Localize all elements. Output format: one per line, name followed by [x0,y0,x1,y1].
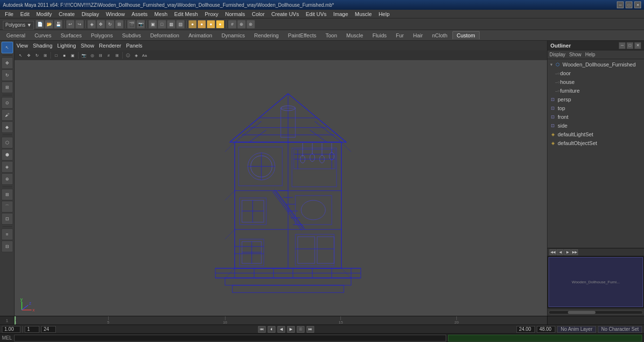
maximize-button[interactable]: □ [626,1,632,8]
paint2-tool-btn[interactable]: 🖌 [1,109,13,121]
select-icon[interactable]: ◈ [87,20,96,29]
shelf-deformation[interactable]: Deformation [146,31,184,39]
tree-item-root[interactable]: ▼ ⬡ Wooden_Dollhouse_Furnished [547,60,644,69]
undo-icon[interactable]: ↩ [66,20,75,29]
merge-btn[interactable]: ⊕ [1,173,13,185]
vp-menu-shading[interactable]: Shading [33,43,52,49]
outliner-display-menu[interactable]: Display [549,52,565,57]
menu-image[interactable]: Image [330,11,351,17]
polygon-mode-selector[interactable]: Polygons ▼ [3,21,34,30]
viewport[interactable]: View Shading Lighting Show Renderer Pane… [15,41,547,316]
outliner-close[interactable]: ✕ [634,42,641,49]
anim-end-field[interactable]: 24.00 [516,326,535,333]
redo-icon[interactable]: ↪ [75,20,84,29]
outliner-help-menu[interactable]: Help [585,52,596,57]
vp-menu-lighting[interactable]: Lighting [57,43,76,49]
move-icon[interactable]: ✥ [97,20,105,29]
shelf-animation[interactable]: Animation [184,31,217,39]
menu-edit-uvs[interactable]: Edit UVs [303,11,329,17]
shelf-fluids[interactable]: Fluids [368,31,391,39]
manip-tool-btn[interactable] [2,95,12,96]
shelf-hair[interactable]: Hair [409,31,427,39]
tree-item-front[interactable]: ⊡ front [547,113,644,121]
menu-mesh[interactable]: Mesh [151,11,170,17]
vp-menu-show[interactable]: Show [81,43,95,49]
tree-item-door[interactable]: –○ door [547,69,644,78]
shading3-icon[interactable]: ▦ [167,20,176,29]
snap1-icon[interactable]: ⊕ [237,20,246,29]
outliner-minimize[interactable]: ─ [619,42,626,49]
move-tool-btn[interactable]: ✥ [1,57,13,69]
menu-create[interactable]: Create [56,11,78,17]
outliner-scroll-track[interactable] [548,310,643,314]
timeline[interactable]: 1 1510152024 [0,316,644,325]
shelf-fur[interactable]: Fur [391,31,408,39]
range-start-field[interactable]: 1 [25,326,39,333]
save-scene-icon[interactable]: 💾 [54,20,63,29]
vp-isolate-icon[interactable]: ◎ [88,51,96,59]
playback-play-back[interactable]: ◀ [277,326,285,333]
sculpt-tool-btn[interactable]: ◆ [1,121,13,133]
playback-go-end[interactable]: ⏭ [306,326,314,333]
shading4-icon[interactable]: ▧ [176,20,185,29]
shelf-surfaces[interactable]: Surfaces [56,31,86,39]
grid-icon[interactable]: # [228,20,237,29]
menu-proxy[interactable]: Proxy [202,11,221,17]
vp-aa-icon[interactable]: Aa [141,51,148,59]
group-btn[interactable]: ⊟ [1,241,13,252]
rotate-tool-btn[interactable]: ↻ [1,69,13,81]
snap2-icon[interactable]: ⊗ [246,20,255,29]
shading1-icon[interactable]: ▣ [148,20,157,29]
tree-item-house[interactable]: –○ house [547,78,644,86]
create-poly-btn[interactable]: ⬡ [1,137,13,148]
layer-btn[interactable]: ≡ [1,228,13,240]
menu-edit[interactable]: Edit [17,11,32,17]
tree-item-furniture[interactable]: –○ furniture [547,86,644,95]
snap-to-curve-btn[interactable]: ⌒ [1,201,13,212]
menu-normals[interactable]: Normals [222,11,248,17]
light3-icon[interactable]: ● [207,20,215,29]
menu-assets[interactable]: Assets [129,11,150,17]
shelf-ncloth[interactable]: nCloth [428,31,452,39]
menu-edit-mesh[interactable]: Edit Mesh [171,11,201,17]
vp-wire-icon[interactable]: □ [52,51,60,59]
range-end-field[interactable]: 24 [41,326,56,333]
shelf-subdivs[interactable]: Subdivs [118,31,145,39]
scale-tool-btn[interactable]: ⊞ [1,81,13,93]
menu-create-uvs[interactable]: Create UVs [269,11,302,17]
vp-select-icon[interactable]: ↖ [16,51,24,59]
playback-go-start[interactable]: ⏮ [258,326,266,333]
outliner-maximize[interactable]: □ [627,42,633,49]
outliner-scroll-thumb[interactable] [568,311,596,314]
vp-xray-icon[interactable]: ◈ [132,51,140,59]
vp-menu-view[interactable]: View [16,43,28,49]
command-input[interactable] [14,335,446,342]
scene-3d[interactable] [34,60,542,301]
scale-icon[interactable]: ⊞ [115,20,124,29]
close-button[interactable]: ✕ [634,1,641,8]
shelf-muscle[interactable]: Muscle [342,31,368,39]
vp-snap-icon[interactable]: # [105,51,113,59]
no-anim-layer-indicator[interactable]: No Anim Layer [557,326,596,333]
vp-camera-icon[interactable]: 📷 [80,51,88,59]
vp-move-icon[interactable]: ✥ [25,51,32,59]
playback-play-fwd[interactable]: ▶ [287,326,295,333]
new-scene-icon[interactable]: 📄 [35,20,44,29]
snapshot-icon[interactable]: 📷 [136,20,145,29]
tree-item-persp[interactable]: ⊡ persp [547,95,644,104]
vp-rotate-icon[interactable]: ↻ [33,51,41,59]
vp-menu-panels[interactable]: Panels [126,43,143,49]
vp-shade-icon[interactable]: ▣ [69,51,77,59]
menu-color[interactable]: Color [249,11,267,17]
open-scene-icon[interactable]: 📂 [45,20,53,29]
snap-to-point-btn[interactable]: ⊡ [1,213,13,225]
light4-icon[interactable]: ● [216,20,225,29]
timeline-ruler[interactable]: 1510152024 [15,316,547,325]
shelf-toon[interactable]: Toon [321,31,341,39]
tree-item-top[interactable]: ⊡ top [547,104,644,113]
light1-icon[interactable]: ● [188,20,197,29]
menu-help[interactable]: Help [376,11,393,17]
outliner-nav-back[interactable]: ◀◀ [549,249,556,255]
lasso-tool-btn[interactable]: ⊙ [1,97,13,109]
shelf-general[interactable]: General [2,31,30,39]
